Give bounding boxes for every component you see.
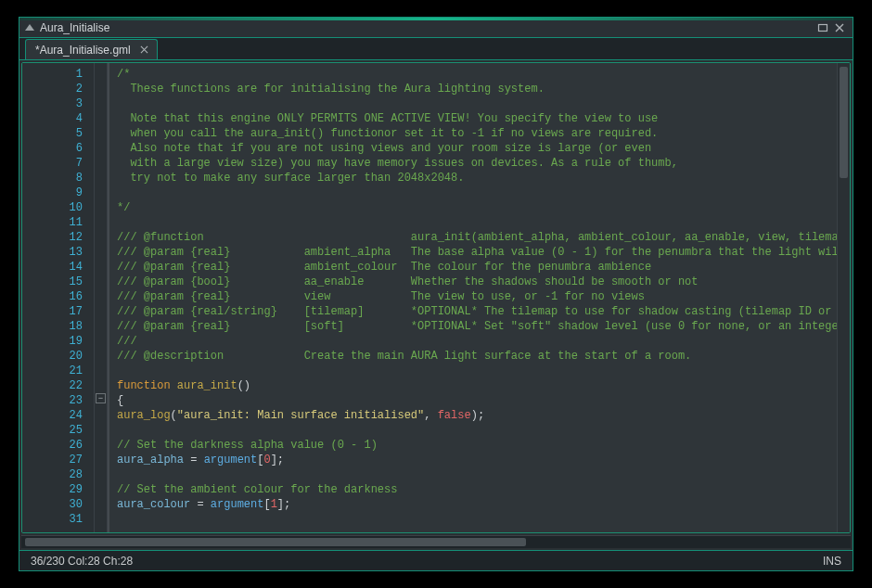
code-line: Also note that if you are not using view…	[117, 141, 837, 156]
line-number: 2	[22, 82, 83, 96]
code-line: /// @param {real} [soft] *OPTIONAL* Set …	[117, 319, 837, 334]
line-number: 12	[22, 230, 83, 245]
fold-column: −	[95, 63, 108, 532]
line-number: 10	[22, 200, 83, 215]
line-number: 6	[22, 141, 83, 156]
tab-label: *Aura_Initialise.gml	[35, 44, 131, 57]
line-number: 3	[22, 96, 83, 111]
titlebar[interactable]: Aura_Initialise	[19, 18, 853, 38]
code-line: // Set the darkness alpha value (0 - 1)	[117, 438, 837, 453]
code-line: */	[117, 200, 837, 215]
code-line	[117, 512, 837, 527]
code-line	[117, 96, 837, 111]
line-number: 17	[22, 304, 83, 319]
code-line: aura_log("aura_init: Main surface initia…	[117, 408, 837, 423]
line-number: 31	[22, 512, 83, 527]
line-number: 15	[22, 275, 83, 289]
code-line: /// @param {real} ambient_colour The col…	[117, 260, 837, 275]
line-number: 29	[22, 482, 83, 497]
insert-mode: INS	[823, 555, 841, 568]
code-line: /// @param {real} ambient_alpha The base…	[117, 245, 837, 260]
code-line: /// @param {real} view The view to use, …	[117, 289, 837, 304]
maximize-button[interactable]	[815, 21, 830, 34]
code-line: with a large view size) you may have mem…	[117, 156, 837, 171]
code-line: Note that this engine ONLY PERMITS ONE A…	[117, 111, 837, 126]
line-number: 22	[22, 378, 83, 393]
line-number: 21	[22, 364, 83, 378]
line-number: 27	[22, 453, 83, 467]
horizontal-scrollbar-thumb[interactable]	[25, 538, 526, 546]
code-line: These functions are for initialising the…	[117, 82, 837, 96]
line-number: 20	[22, 349, 83, 364]
code-line: /// @param {real/string} [tilemap] *OPTI…	[117, 304, 837, 319]
code-line: /// @function aura_init(ambient_alpha, a…	[117, 230, 837, 245]
code-line	[117, 215, 837, 230]
code-line: aura_colour = argument[1];	[117, 497, 837, 512]
code-line: aura_alpha = argument[0];	[117, 453, 837, 467]
code-line: ///	[117, 334, 837, 349]
line-number: 16	[22, 289, 83, 304]
line-number-gutter: 1234567891011121314151617181920212223242…	[22, 63, 95, 532]
status-bar: 36/230 Col:28 Ch:28 INS	[19, 550, 853, 570]
horizontal-scrollbar[interactable]	[21, 535, 851, 548]
line-number: 28	[22, 467, 83, 482]
code-line: // Set the ambient colour for the darkne…	[117, 482, 837, 497]
code-line: {	[117, 393, 837, 408]
vertical-scrollbar[interactable]	[837, 63, 850, 532]
line-number: 30	[22, 497, 83, 512]
editor-area: 1234567891011121314151617181920212223242…	[21, 62, 851, 533]
svg-rect-0	[819, 24, 827, 31]
line-number: 23	[22, 393, 83, 408]
cursor-position: 36/230 Col:28 Ch:28	[31, 555, 133, 568]
code-line	[117, 423, 837, 438]
line-number: 26	[22, 438, 83, 453]
code-line	[117, 185, 837, 200]
close-button[interactable]	[832, 21, 847, 34]
code-line: function aura_init()	[117, 378, 837, 393]
editor-window: Aura_Initialise *Aura_Initialise.gml 123…	[19, 17, 853, 571]
window-title: Aura_Initialise	[40, 21, 109, 34]
line-number: 14	[22, 260, 83, 275]
code-line: try not to make any surface larger than …	[117, 171, 837, 185]
fold-marker-icon[interactable]: −	[96, 393, 106, 403]
line-number: 18	[22, 319, 83, 334]
line-number: 4	[22, 111, 83, 126]
tab-close-icon[interactable]	[138, 44, 151, 57]
code-line	[117, 467, 837, 482]
line-number: 1	[22, 67, 83, 82]
line-number: 7	[22, 156, 83, 171]
line-number: 11	[22, 215, 83, 230]
line-number: 13	[22, 245, 83, 260]
line-number: 8	[22, 171, 83, 185]
vertical-scrollbar-thumb[interactable]	[840, 67, 848, 178]
code-area[interactable]: /* These functions are for initialising …	[108, 63, 837, 532]
line-number: 5	[22, 126, 83, 141]
line-number: 24	[22, 408, 83, 423]
code-line: /// @description Create the main AURA li…	[117, 349, 837, 364]
app-icon	[25, 24, 34, 31]
code-line: /// @param {bool} aa_enable Whether the …	[117, 275, 837, 289]
code-line: when you call the aura_init() functionor…	[117, 126, 837, 141]
line-number: 9	[22, 185, 83, 200]
line-number: 25	[22, 423, 83, 438]
titlebar-accent	[19, 18, 853, 20]
tab-file[interactable]: *Aura_Initialise.gml	[25, 39, 158, 59]
tab-bar: *Aura_Initialise.gml	[19, 38, 853, 60]
line-number: 19	[22, 334, 83, 349]
code-line	[117, 364, 837, 378]
code-line: /*	[117, 67, 837, 82]
